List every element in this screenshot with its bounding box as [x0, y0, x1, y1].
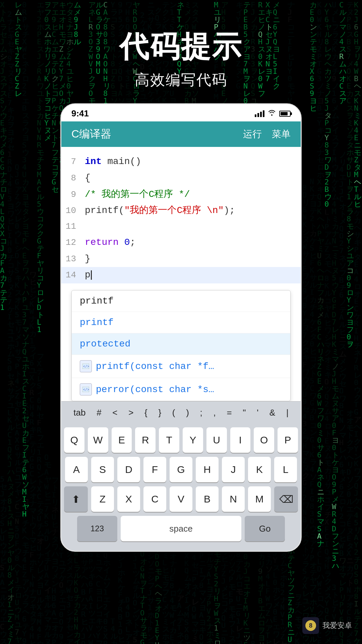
- code-editor[interactable]: 7int main()8{9 /* 我的第一个C程序 */10 printf("…: [61, 147, 301, 290]
- autocomplete-item[interactable]: protected: [72, 333, 290, 355]
- symbol-key[interactable]: (: [170, 406, 177, 419]
- code-line: 7int main(): [61, 154, 301, 170]
- key-d[interactable]: D: [117, 457, 140, 482]
- key-s[interactable]: S: [91, 457, 114, 482]
- key-t[interactable]: T: [159, 427, 179, 453]
- keyboard-row-3: ⬆ZXCVBNM⌫: [64, 486, 298, 512]
- code-line: 11: [61, 219, 301, 234]
- line-number: 8: [61, 171, 81, 185]
- line-content: /* 我的第一个C程序 */: [81, 187, 301, 202]
- key-i[interactable]: I: [230, 427, 251, 453]
- key-l[interactable]: L: [274, 457, 297, 482]
- key-r[interactable]: R: [135, 427, 156, 453]
- menu-button[interactable]: 菜单: [272, 128, 291, 141]
- line-number: 13: [61, 252, 81, 266]
- symbol-key[interactable]: &: [267, 406, 277, 419]
- code-line: 14p: [61, 267, 301, 283]
- autocomplete-item-text: perror(const char *s…: [96, 384, 214, 395]
- key-g[interactable]: G: [170, 457, 192, 482]
- num-key[interactable]: 123: [77, 516, 117, 541]
- symbol-key[interactable]: tab: [71, 406, 87, 419]
- line-content: }: [81, 252, 301, 267]
- header-section: 代码提示 高效编写代码: [119, 27, 243, 90]
- key-j[interactable]: J: [222, 457, 245, 482]
- code-line: 13}: [61, 251, 301, 267]
- space-key[interactable]: space: [121, 516, 241, 541]
- key-k[interactable]: K: [248, 457, 271, 482]
- code-line: 12 return 0;: [61, 234, 301, 251]
- symbol-key[interactable]: ': [255, 406, 260, 419]
- key-q[interactable]: Q: [64, 427, 84, 453]
- app-toolbar: C编译器 运行 菜单: [61, 121, 301, 147]
- signal-icon: [255, 110, 264, 117]
- line-number: 14: [61, 268, 81, 282]
- keyboard-row: ASDFGHJKL: [64, 457, 298, 482]
- autocomplete-item-text: printf: [80, 296, 114, 306]
- autocomplete-item-icon: </>: [80, 383, 92, 395]
- autocomplete-item-text: printf(const char *f…: [96, 361, 214, 372]
- line-content: int main(): [81, 154, 301, 169]
- symbol-key[interactable]: #: [95, 406, 103, 419]
- symbol-key[interactable]: ): [184, 406, 191, 419]
- key-y[interactable]: Y: [183, 427, 203, 453]
- line-number: 11: [61, 220, 81, 234]
- key-h[interactable]: H: [196, 457, 219, 482]
- code-line: 9 /* 我的第一个C程序 */: [61, 186, 301, 203]
- keyboard-row-bottom: 123spaceGo: [64, 516, 298, 541]
- key-f[interactable]: F: [143, 457, 166, 482]
- symbol-key[interactable]: |: [284, 406, 291, 419]
- key-w[interactable]: W: [88, 427, 108, 453]
- autocomplete-item[interactable]: </>perror(const char *s…: [72, 378, 290, 401]
- autocomplete-dropdown: printfprintfprotected</>printf(const cha…: [71, 290, 291, 401]
- svg-text:8: 8: [309, 622, 312, 629]
- symbol-key[interactable]: }: [156, 406, 163, 419]
- line-content: p: [81, 268, 301, 283]
- line-number: 12: [61, 236, 81, 250]
- symbol-key[interactable]: <: [110, 406, 119, 419]
- main-title: 代码提示: [119, 27, 243, 67]
- symbol-key[interactable]: ,: [211, 406, 218, 419]
- autocomplete-item[interactable]: printf: [72, 312, 290, 333]
- key-z[interactable]: Z: [91, 486, 114, 512]
- key-o[interactable]: O: [254, 427, 274, 453]
- key-v[interactable]: V: [170, 486, 192, 512]
- symbol-key[interactable]: ": [241, 406, 248, 419]
- autocomplete-item[interactable]: printf: [72, 290, 290, 312]
- line-content: {: [81, 171, 301, 186]
- line-number: 9: [61, 188, 81, 202]
- symbol-key[interactable]: =: [225, 406, 234, 419]
- key-u[interactable]: U: [206, 427, 227, 453]
- code-line: 8{: [61, 170, 301, 186]
- backspace-key[interactable]: ⌫: [274, 486, 298, 512]
- watermark-text: 我爱安卓: [322, 621, 352, 631]
- symbol-key[interactable]: {: [142, 406, 149, 419]
- toolbar-actions: 运行 菜单: [243, 128, 291, 141]
- go-key[interactable]: Go: [245, 516, 285, 541]
- symbol-bar: tab#<>{}();,="'&|: [61, 401, 301, 424]
- symbol-key[interactable]: ;: [198, 406, 204, 419]
- svg-text:</>: </>: [83, 388, 89, 392]
- status-bar: 9:41: [61, 104, 301, 121]
- key-a[interactable]: A: [65, 457, 88, 482]
- svg-text:</>: </>: [83, 365, 89, 369]
- key-c[interactable]: C: [143, 486, 166, 512]
- status-icons: [255, 110, 291, 117]
- cursor: [91, 270, 92, 280]
- keyboard-row: QWERTYUIOP: [64, 427, 298, 453]
- run-button[interactable]: 运行: [243, 128, 262, 141]
- keyboard: QWERTYUIOPASDFGHJKL⬆ZXCVBNM⌫123spaceGo: [61, 424, 301, 551]
- key-x[interactable]: X: [117, 486, 140, 512]
- key-b[interactable]: B: [196, 486, 219, 512]
- autocomplete-item[interactable]: </>printf(const char *f…: [72, 355, 290, 378]
- line-number: 7: [61, 155, 81, 169]
- shift-key[interactable]: ⬆: [64, 486, 88, 512]
- symbol-key[interactable]: >: [126, 406, 135, 419]
- autocomplete-item-icon: </>: [80, 360, 92, 372]
- sub-title: 高效编写代码: [119, 70, 243, 90]
- app-title: C编译器: [71, 127, 111, 142]
- watermark-logo: 8: [302, 617, 319, 634]
- key-m[interactable]: M: [248, 486, 271, 512]
- key-n[interactable]: N: [222, 486, 245, 512]
- key-e[interactable]: E: [112, 427, 132, 453]
- key-p[interactable]: P: [278, 427, 298, 453]
